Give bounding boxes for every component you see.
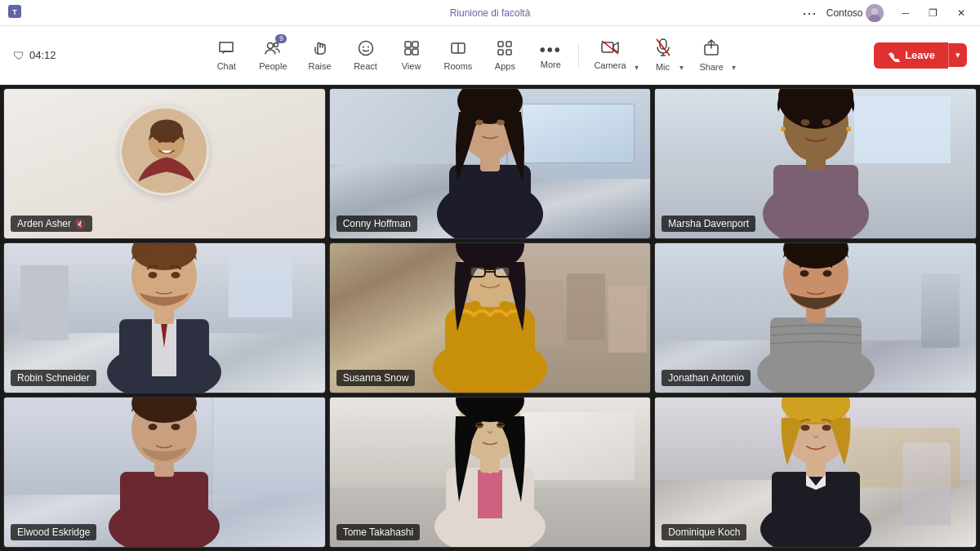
video-cell-elwood-eskridge[interactable]: Elwood Eskridge — [3, 397, 326, 548]
rooms-label: Rooms — [444, 61, 473, 71]
raise-icon — [311, 39, 329, 60]
svg-point-38 — [497, 120, 505, 126]
svg-rect-13 — [412, 49, 418, 55]
react-button[interactable]: React — [345, 34, 387, 76]
share-dropdown-button[interactable]: ▾ — [727, 34, 741, 77]
camera-group: Camera ▾ — [586, 34, 643, 77]
toolbar-separator — [578, 42, 579, 69]
svg-rect-17 — [506, 42, 511, 47]
svg-point-7 — [359, 42, 372, 56]
mic-label: Mic — [656, 62, 670, 72]
shield-icon: 🛡 — [13, 49, 24, 62]
svg-rect-86 — [772, 472, 860, 535]
minimize-button[interactable]: ─ — [893, 4, 917, 22]
apps-button[interactable]: Apps — [483, 34, 526, 76]
video-cell-tome-takahashi[interactable]: Tome Takahashi — [329, 397, 652, 548]
svg-rect-33 — [449, 165, 531, 222]
chat-button[interactable]: Chat — [205, 34, 247, 76]
video-cell-conny-hoffman[interactable]: Conny Hoffman — [329, 88, 652, 239]
meeting-title: Riunione di facoltà — [450, 7, 531, 19]
apps-icon — [496, 39, 514, 60]
people-icon: 9 — [264, 39, 282, 60]
rooms-button[interactable]: Rooms — [436, 34, 481, 76]
close-button[interactable]: ✕ — [949, 4, 973, 22]
camera-button[interactable]: Camera — [586, 35, 629, 75]
svg-point-5 — [268, 43, 274, 49]
share-label: Share — [700, 62, 724, 72]
contoso-area: Contoso — [826, 4, 884, 22]
leave-phone-icon — [887, 49, 900, 62]
view-button[interactable]: View — [390, 34, 433, 76]
leave-button-group: Leave ▾ — [874, 42, 967, 69]
titlebar-more-button[interactable]: ⋯ — [795, 1, 823, 25]
mic-button[interactable]: Mic — [647, 33, 675, 77]
camera-dropdown-button[interactable]: ▾ — [630, 34, 644, 77]
svg-rect-10 — [405, 42, 411, 47]
toolbar-center: Chat 9 People Raise — [205, 33, 741, 77]
svg-point-9 — [368, 47, 369, 48]
name-label-robin: Robin Schneider — [11, 370, 96, 386]
svg-rect-61 — [470, 267, 485, 277]
apps-label: Apps — [495, 61, 515, 71]
more-icon: ••• — [540, 42, 562, 58]
people-badge: 9 — [275, 34, 287, 43]
leave-dropdown-button[interactable]: ▾ — [948, 43, 967, 67]
restore-button[interactable]: ❐ — [920, 4, 946, 22]
name-label-conny: Conny Hoffman — [336, 216, 417, 232]
timer-area: 🛡 04:12 — [13, 49, 78, 62]
raise-label: Raise — [308, 61, 331, 71]
video-cell-dominique-koch[interactable]: Dominique Koch — [654, 397, 977, 548]
view-icon — [403, 39, 421, 60]
svg-rect-18 — [498, 50, 503, 55]
video-cell-marsha-davenport[interactable]: Marsha Davenport — [654, 88, 977, 239]
people-label: People — [259, 61, 287, 71]
svg-point-31 — [172, 139, 176, 143]
titlebar-right-controls: ⋯ Contoso ─ ❐ ✕ — [795, 1, 973, 25]
svg-point-77 — [172, 424, 180, 430]
video-cell-jonathan-antonio[interactable]: Jonathan Antonio — [654, 242, 977, 393]
react-label: React — [354, 61, 377, 71]
react-icon — [357, 39, 375, 60]
leave-button[interactable]: Leave — [874, 42, 948, 69]
camera-icon — [601, 40, 619, 59]
video-cell-robin-schneider[interactable]: Robin Schneider — [3, 242, 326, 393]
video-grid: Arden Asher 🔇 — [0, 85, 980, 551]
svg-point-46 — [822, 119, 831, 126]
mic-icon — [655, 38, 671, 60]
svg-point-69 — [800, 270, 808, 277]
name-label-arden: Arden Asher 🔇 — [11, 216, 92, 232]
camera-label: Camera — [594, 60, 626, 70]
video-cell-susanna-snow[interactable]: Susanna Snow — [329, 242, 652, 393]
svg-point-92 — [822, 424, 831, 431]
toolbar: 🛡 04:12 Chat 9 — [0, 26, 980, 85]
titlebar: T Riunione di facoltà ⋯ Contoso ─ ❐ ✕ — [0, 0, 980, 26]
svg-point-37 — [475, 120, 483, 126]
leave-label: Leave — [905, 49, 935, 61]
people-button[interactable]: 9 People — [251, 34, 295, 76]
more-label: More — [541, 60, 561, 69]
share-button[interactable]: Share — [692, 33, 727, 77]
raise-button[interactable]: Raise — [299, 34, 341, 76]
avatar — [866, 4, 884, 22]
chat-icon — [217, 39, 235, 60]
svg-point-91 — [800, 424, 809, 431]
video-cell-arden-asher[interactable]: Arden Asher 🔇 — [3, 88, 326, 239]
teams-logo: T — [7, 3, 23, 23]
svg-rect-19 — [506, 50, 511, 55]
name-label-marsha: Marsha Davenport — [662, 216, 755, 232]
svg-point-6 — [274, 43, 278, 47]
svg-rect-11 — [412, 42, 418, 47]
more-button[interactable]: ••• More — [529, 37, 572, 74]
svg-text:T: T — [12, 8, 17, 16]
svg-rect-40 — [773, 165, 858, 222]
name-label-tome: Tome Takahashi — [336, 524, 421, 540]
svg-point-55 — [149, 272, 158, 278]
svg-rect-12 — [405, 49, 411, 55]
view-label: View — [402, 61, 421, 71]
svg-rect-72 — [120, 472, 208, 535]
share-icon — [703, 38, 719, 60]
svg-point-47 — [781, 127, 786, 131]
mic-dropdown-button[interactable]: ▾ — [675, 34, 688, 77]
svg-point-3 — [871, 8, 878, 15]
svg-rect-62 — [495, 267, 510, 277]
